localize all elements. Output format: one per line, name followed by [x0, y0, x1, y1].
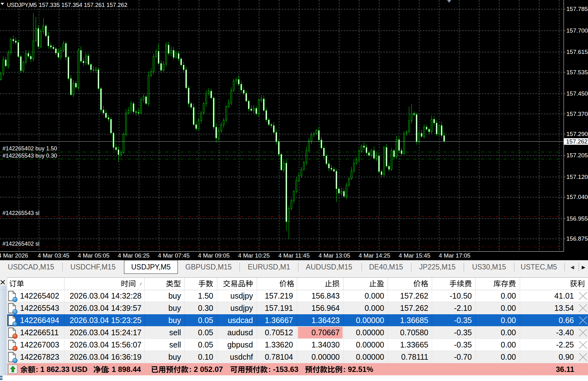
svg-text:4 Mar 14:25: 4 Mar 14:25: [358, 252, 390, 259]
svg-text:157.290: 157.290: [566, 131, 588, 137]
svg-text:157.785: 157.785: [566, 6, 588, 12]
svg-text:4 Mar 10:25: 4 Mar 10:25: [238, 252, 270, 259]
svg-text:156.875: 156.875: [566, 235, 588, 242]
svg-text:4 Mar 07:45: 4 Mar 07:45: [158, 252, 189, 259]
svg-text:4 Mar 09:05: 4 Mar 09:05: [198, 252, 230, 259]
svg-text:4 Mar 17:05: 4 Mar 17:05: [439, 252, 470, 259]
svg-text:157.700: 157.700: [566, 27, 588, 34]
svg-text:157.262: 157.262: [566, 138, 588, 145]
svg-text:157.535: 157.535: [566, 69, 588, 76]
svg-text:#142265543 sl: #142265543 sl: [3, 210, 39, 216]
svg-text:157.205: 157.205: [566, 152, 588, 159]
svg-text:157.370: 157.370: [566, 111, 588, 117]
svg-text:4 Mar 03:45: 4 Mar 03:45: [38, 252, 69, 259]
svg-text:157.040: 157.040: [566, 194, 588, 200]
svg-text:157.615: 157.615: [566, 49, 588, 55]
svg-text:4 Mar 2026: 4 Mar 2026: [0, 252, 28, 259]
svg-text:157.450: 157.450: [566, 90, 588, 97]
svg-text:USDJPY,M5: USDJPY,M5: [7, 2, 37, 8]
svg-text:4 Mar 05:05: 4 Mar 05:05: [78, 252, 109, 259]
svg-text:#142265402 sl: #142265402 sl: [3, 241, 39, 247]
svg-text:4 Mar 15:45: 4 Mar 15:45: [399, 252, 430, 259]
svg-text:4 Mar 06:25: 4 Mar 06:25: [118, 252, 149, 259]
svg-text:157.120: 157.120: [566, 174, 588, 180]
svg-text:4 Mar 11:45: 4 Mar 11:45: [278, 252, 310, 259]
svg-text:156.955: 156.955: [566, 215, 588, 222]
svg-text:4 Mar 13:05: 4 Mar 13:05: [318, 252, 350, 259]
svg-text:#142265543 buy 0.30: #142265543 buy 0.30: [3, 153, 57, 159]
svg-text:#142265402 buy 1.50: #142265402 buy 1.50: [3, 145, 57, 152]
svg-text:157.335 157.354 157.261 157.26: 157.335 157.354 157.261 157.262: [39, 2, 127, 8]
